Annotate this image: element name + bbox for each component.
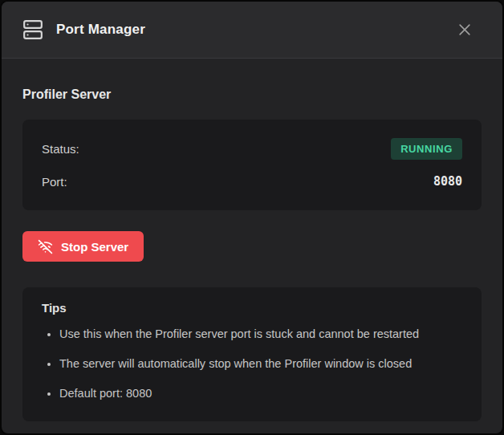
status-label: Status: xyxy=(42,142,79,156)
close-button[interactable] xyxy=(453,18,477,42)
port-manager-dialog: Port Manager Profiler Server Status: RUN… xyxy=(0,0,504,435)
close-icon xyxy=(457,22,473,38)
dialog-body: Profiler Server Status: RUNNING Port: 80… xyxy=(2,59,502,435)
port-row: Port: 8080 xyxy=(42,169,462,193)
tips-panel: Tips Use this when the Profiler server p… xyxy=(22,287,482,421)
port-label: Port: xyxy=(42,175,67,189)
tip-item: The server will automatically stop when … xyxy=(59,356,462,372)
tips-heading: Tips xyxy=(42,301,462,315)
wifi-off-icon xyxy=(38,239,53,254)
dialog-title: Port Manager xyxy=(56,22,453,38)
status-row: Status: RUNNING xyxy=(42,136,462,161)
tip-item: Default port: 8080 xyxy=(59,385,462,402)
stop-server-label: Stop Server xyxy=(61,240,128,254)
tips-list: Use this when the Profiler server port i… xyxy=(42,326,462,402)
server-icon xyxy=(22,19,43,40)
port-value: 8080 xyxy=(433,174,462,189)
tip-item: Use this when the Profiler server port i… xyxy=(59,326,462,343)
status-badge: RUNNING xyxy=(391,138,462,160)
status-panel: Status: RUNNING Port: 8080 xyxy=(22,120,482,210)
section-heading: Profiler Server xyxy=(22,87,482,102)
dialog-header: Port Manager xyxy=(2,2,502,59)
stop-server-button[interactable]: Stop Server xyxy=(22,231,144,262)
